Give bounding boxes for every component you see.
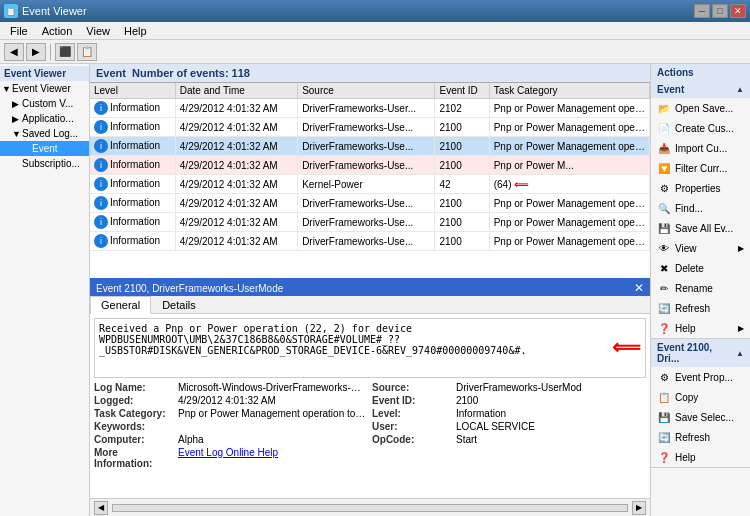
status-bar: ◀ ▶ xyxy=(90,498,650,516)
field-label: Source: xyxy=(372,382,452,393)
red-arrow-indicator: ⟸ xyxy=(612,335,641,359)
sidebar-item-event-viewer[interactable]: ▼ Event Viewer xyxy=(0,81,89,96)
sidebar-label: Saved Log... xyxy=(22,128,78,139)
sidebar-item-subscriptions[interactable]: Subscriptio... xyxy=(0,156,89,171)
close-button[interactable]: ✕ xyxy=(730,4,746,18)
info-icon: i xyxy=(94,196,108,210)
action-item-saveallev...[interactable]: 💾Save All Ev... xyxy=(651,218,750,238)
cell-datetime: 4/29/2012 4:01:32 AM xyxy=(175,118,297,137)
menu-view[interactable]: View xyxy=(80,24,116,38)
table-row[interactable]: iInformation4/29/2012 4:01:32 AMDriverFr… xyxy=(90,156,650,175)
table-row[interactable]: iInformation4/29/2012 4:01:32 AMDriverFr… xyxy=(90,232,650,251)
col-level[interactable]: Level xyxy=(90,83,175,99)
actions-section-header-event: Actions xyxy=(651,64,750,81)
field-value: Start xyxy=(456,434,646,445)
action-label: Delete xyxy=(675,263,744,274)
cell-task: Pnp or Power Management operati... xyxy=(489,213,649,232)
action-icon: ⚙ xyxy=(657,370,671,384)
events-count: Number of events: 118 xyxy=(132,67,250,79)
action-item-rename[interactable]: ✏Rename xyxy=(651,278,750,298)
sidebar-label: Event xyxy=(32,143,58,154)
detail-body: Received a Pnp or Power operation (22, 2… xyxy=(90,314,650,498)
cell-datetime: 4/29/2012 4:01:32 AM xyxy=(175,99,297,118)
window-controls[interactable]: ─ □ ✕ xyxy=(694,4,746,18)
action-icon: ⚙ xyxy=(657,181,671,195)
col-datetime[interactable]: Date and Time xyxy=(175,83,297,99)
action-button[interactable]: ⬛ xyxy=(55,43,75,61)
sidebar-item-saved-logs[interactable]: ▼ Saved Log... xyxy=(0,126,89,141)
maximize-button[interactable]: □ xyxy=(712,4,728,18)
cell-datetime: 4/29/2012 4:01:32 AM xyxy=(175,175,297,194)
copy-button[interactable]: 📋 xyxy=(77,43,97,61)
field-label: Event ID: xyxy=(372,395,452,406)
scroll-left-button[interactable]: ◀ xyxy=(94,501,108,515)
action-item2-copy[interactable]: 📋Copy xyxy=(651,387,750,407)
field-value[interactable]: Event Log Online Help xyxy=(178,447,368,469)
submenu-chevron-icon: ▶ xyxy=(738,244,744,253)
action-icon: 🔽 xyxy=(657,161,671,175)
action-item-opensave...[interactable]: 📂Open Save... xyxy=(651,98,750,118)
action-label: Filter Curr... xyxy=(675,163,744,174)
sidebar-label: Event Viewer xyxy=(12,83,71,94)
action-item2-help[interactable]: ❓Help xyxy=(651,447,750,467)
col-source[interactable]: Source xyxy=(298,83,435,99)
minimize-button[interactable]: ─ xyxy=(694,4,710,18)
field-label: Logged: xyxy=(94,395,174,406)
info-icon: i xyxy=(94,177,108,191)
action-item2-eventprop...[interactable]: ⚙Event Prop... xyxy=(651,367,750,387)
cell-level: iInformation xyxy=(90,137,175,156)
action-item-find...[interactable]: 🔍Find... xyxy=(651,198,750,218)
table-row[interactable]: iInformation4/29/2012 4:01:32 AMKernel-P… xyxy=(90,175,650,194)
menu-action[interactable]: Action xyxy=(36,24,79,38)
tab-details[interactable]: Details xyxy=(151,296,207,313)
col-eventid[interactable]: Event ID xyxy=(435,83,489,99)
action-icon: 👁 xyxy=(657,241,671,255)
sidebar-item-custom-views[interactable]: ▶ Custom V... xyxy=(0,96,89,111)
table-row[interactable]: iInformation4/29/2012 4:01:32 AMDriverFr… xyxy=(90,99,650,118)
action-item-view[interactable]: 👁View▶ xyxy=(651,238,750,258)
detail-header: Event 2100, DriverFrameworks-UserMode ✕ xyxy=(90,280,650,296)
detail-close-button[interactable]: ✕ xyxy=(634,282,644,294)
cell-source: DriverFrameworks-Use... xyxy=(298,118,435,137)
action-item2-saveselec...[interactable]: 💾Save Selec... xyxy=(651,407,750,427)
menu-file[interactable]: File xyxy=(4,24,34,38)
table-row[interactable]: iInformation4/29/2012 4:01:32 AMDriverFr… xyxy=(90,213,650,232)
cell-level: iInformation xyxy=(90,194,175,213)
actions-event2100-items: ⚙Event Prop...📋Copy💾Save Selec...🔄Refres… xyxy=(651,367,750,467)
table-row[interactable]: iInformation4/29/2012 4:01:32 AMDriverFr… xyxy=(90,194,650,213)
back-button[interactable]: ◀ xyxy=(4,43,24,61)
submenu-chevron-icon: ▶ xyxy=(738,324,744,333)
cell-eventid: 42 xyxy=(435,175,489,194)
field-value xyxy=(178,421,368,432)
table-row[interactable]: iInformation4/29/2012 4:01:32 AMDriverFr… xyxy=(90,137,650,156)
actions-event-items: 📂Open Save...📄Create Cus...📥Import Cu...… xyxy=(651,98,750,338)
scroll-track[interactable] xyxy=(112,504,628,512)
action-item-properties[interactable]: ⚙Properties xyxy=(651,178,750,198)
action-item-filtercurr...[interactable]: 🔽Filter Curr... xyxy=(651,158,750,178)
field-label: Log Name: xyxy=(94,382,174,393)
tab-general[interactable]: General xyxy=(90,296,151,314)
sidebar-item-event[interactable]: Event xyxy=(0,141,89,156)
action-item2-refresh[interactable]: 🔄Refresh xyxy=(651,427,750,447)
actions-panel: Actions Event ▲ 📂Open Save...📄Create Cus… xyxy=(650,64,750,516)
action-label: Refresh xyxy=(675,303,744,314)
action-item-delete[interactable]: ✖Delete xyxy=(651,258,750,278)
action-label: Refresh xyxy=(675,432,710,443)
action-item-help[interactable]: ❓Help▶ xyxy=(651,318,750,338)
action-item-refresh[interactable]: 🔄Refresh xyxy=(651,298,750,318)
menu-help[interactable]: Help xyxy=(118,24,153,38)
events-title: Event xyxy=(96,67,126,79)
action-item-createcus...[interactable]: 📄Create Cus... xyxy=(651,118,750,138)
event-table: Level Date and Time Source Event ID Task… xyxy=(90,83,650,278)
col-task[interactable]: Task Category xyxy=(489,83,649,99)
table-row[interactable]: iInformation4/29/2012 4:01:32 AMDriverFr… xyxy=(90,118,650,137)
field-label: Computer: xyxy=(94,434,174,445)
cell-task: Pnp or Power Management operati... xyxy=(489,99,649,118)
cell-source: Kernel-Power xyxy=(298,175,435,194)
scroll-right-button[interactable]: ▶ xyxy=(632,501,646,515)
sidebar-item-applications[interactable]: ▶ Applicatio... xyxy=(0,111,89,126)
sidebar-tree: Event Viewer ▼ Event Viewer ▶ Custom V..… xyxy=(0,64,90,516)
forward-button[interactable]: ▶ xyxy=(26,43,46,61)
field-label: More Information: xyxy=(94,447,174,469)
action-item-importcu...[interactable]: 📥Import Cu... xyxy=(651,138,750,158)
